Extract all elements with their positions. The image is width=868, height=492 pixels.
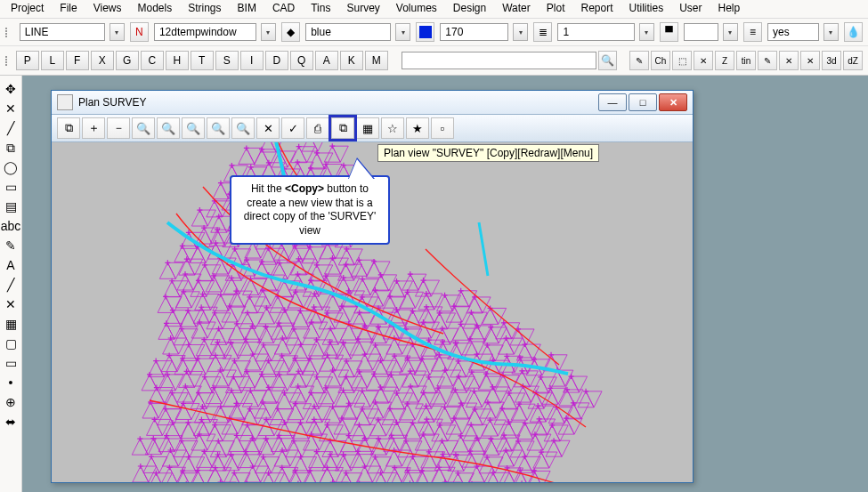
plan-titlebar[interactable]: Plan SURVEY — □ ✕ — [52, 91, 693, 115]
draw-tool-6[interactable]: ▤ — [3, 198, 19, 214]
add-button[interactable]: ＋ — [82, 117, 105, 139]
draw-tool-9[interactable]: A — [3, 257, 19, 273]
draw-tool-13[interactable]: ▢ — [3, 335, 19, 351]
menu-volumes[interactable]: Volumes — [396, 2, 437, 14]
zoom-out-button[interactable]: 🔍 — [182, 117, 205, 139]
draw-tool-8[interactable]: ✎ — [3, 238, 19, 254]
eyedropper-icon[interactable]: 💧 — [844, 22, 863, 42]
draw-tool-5[interactable]: ▭ — [3, 179, 19, 195]
menu-survey[interactable]: Survey — [346, 2, 379, 14]
name-picker-icon[interactable]: N — [130, 22, 149, 42]
menu-tins[interactable]: Tins — [311, 2, 330, 14]
letter-button-h[interactable]: H — [166, 51, 189, 70]
extra-field[interactable] — [684, 23, 718, 41]
draw-tool-4[interactable]: ◯ — [3, 159, 19, 175]
minimize-button[interactable]: — — [598, 93, 627, 111]
maximize-button[interactable]: □ — [629, 93, 657, 111]
letter-button-d[interactable]: D — [265, 51, 288, 70]
letter-button-k[interactable]: K — [340, 51, 363, 70]
yes-dropdown[interactable]: ▾ — [823, 23, 839, 41]
menu-design[interactable]: Design — [453, 2, 486, 14]
menu-user[interactable]: User — [679, 2, 702, 14]
remove-button[interactable]: － — [107, 117, 130, 139]
accept-button[interactable]: ✓ — [281, 117, 304, 139]
menu-cad[interactable]: CAD — [272, 2, 295, 14]
menu-file[interactable]: File — [60, 2, 77, 14]
letter-button-c[interactable]: C — [141, 51, 164, 70]
draw-tool-7[interactable]: abc — [3, 218, 19, 234]
letter-button-l[interactable]: L — [41, 51, 64, 70]
search-field[interactable] — [402, 52, 596, 69]
letter-button-g[interactable]: G — [116, 51, 139, 70]
zoom-in-button[interactable]: 🔍 — [132, 117, 155, 139]
star-button[interactable]: ★ — [406, 117, 429, 139]
menu-project[interactable]: Project — [11, 2, 44, 14]
letter-button-f[interactable]: F — [66, 51, 89, 70]
menu-plot[interactable]: Plot — [547, 2, 565, 14]
extra-dropdown[interactable]: ▾ — [723, 23, 738, 41]
plan-canvas[interactable]: Plan view "SURVEY" [Copy][Redraw][Menu] … — [52, 142, 693, 482]
tool-icon-2[interactable]: ⬚ — [672, 51, 692, 70]
zoom-extents-button[interactable]: 🔍 — [231, 117, 255, 139]
draw-tool-16[interactable]: ⊕ — [3, 394, 19, 410]
model-dropdown[interactable]: ▾ — [261, 23, 276, 41]
fit-button[interactable]: ⧉ — [57, 117, 80, 139]
tool-icon-9[interactable]: 3d — [822, 51, 841, 70]
zoom-refresh-button[interactable]: 🔍 — [207, 117, 230, 139]
letter-button-q[interactable]: Q — [290, 51, 313, 70]
model-picker-icon[interactable]: ◆ — [281, 22, 300, 42]
menu-help[interactable]: Help — [718, 2, 741, 14]
linetype-icon[interactable]: ≣ — [533, 22, 552, 42]
menu-models[interactable]: Models — [138, 2, 173, 14]
tool-icon-10[interactable]: dZ — [843, 51, 863, 70]
draw-tool-14[interactable]: ▭ — [3, 355, 19, 371]
favourite-button[interactable]: ☆ — [381, 117, 404, 139]
tool-icon-3[interactable]: ✕ — [694, 51, 713, 70]
copy-button[interactable]: ⧉ — [331, 117, 354, 139]
tool-icon-8[interactable]: ✕ — [800, 51, 820, 70]
draw-tool-15[interactable]: • — [3, 375, 19, 391]
tool-icon-6[interactable]: ✎ — [758, 51, 777, 70]
linetype-field[interactable] — [440, 23, 508, 41]
draw-tool-2[interactable]: ╱ — [3, 120, 19, 136]
weight-icon[interactable]: ▀ — [660, 22, 678, 42]
letter-button-i[interactable]: I — [240, 51, 264, 70]
menu-utilities[interactable]: Utilities — [629, 2, 664, 14]
tool-icon-7[interactable]: ✕ — [779, 51, 799, 70]
plot-button[interactable]: ⎙ — [306, 117, 329, 139]
letter-button-m[interactable]: M — [365, 51, 388, 70]
search-icon[interactable]: 🔍 — [598, 51, 617, 70]
tool-icon-4[interactable]: Z — [715, 51, 734, 70]
menu-bim[interactable]: BIM — [238, 2, 256, 14]
draw-tool-12[interactable]: ▦ — [3, 316, 19, 332]
grid-button[interactable]: ▦ — [356, 117, 379, 139]
letter-button-p[interactable]: P — [16, 51, 39, 70]
yes-field[interactable] — [767, 23, 819, 41]
tool-icon-1[interactable]: Ch — [651, 51, 670, 70]
menu-views[interactable]: Views — [93, 2, 122, 14]
menu-strings[interactable]: Strings — [188, 2, 221, 14]
draw-tool-0[interactable]: ✥ — [3, 81, 19, 97]
letter-button-s[interactable]: S — [215, 51, 239, 70]
name-dropdown[interactable]: ▾ — [110, 23, 125, 41]
panel-button[interactable]: ▫ — [431, 117, 454, 139]
menu-report[interactable]: Report — [580, 2, 612, 14]
letter-button-t[interactable]: T — [191, 51, 214, 70]
draw-tool-17[interactable]: ⬌ — [3, 414, 19, 430]
weight-field[interactable] — [557, 23, 634, 41]
colour-field[interactable] — [305, 23, 391, 41]
zoom-prev-button[interactable]: 🔍 — [157, 117, 180, 139]
draw-tool-10[interactable]: ╱ — [3, 277, 19, 293]
colour-dropdown[interactable]: ▾ — [395, 23, 410, 41]
tool-icon-5[interactable]: tin — [736, 51, 756, 70]
letter-button-x[interactable]: X — [91, 51, 114, 70]
draw-tool-11[interactable]: ✕ — [3, 296, 19, 312]
delete-mode-button[interactable]: ✕ — [256, 117, 280, 139]
linetype-dropdown[interactable]: ▾ — [513, 23, 528, 41]
weight-dropdown[interactable]: ▾ — [639, 23, 654, 41]
model-field[interactable] — [154, 23, 256, 41]
draw-tool-1[interactable]: ✕ — [3, 101, 19, 117]
tool-icon-0[interactable]: ✎ — [629, 51, 649, 70]
draw-tool-3[interactable]: ⧉ — [3, 140, 19, 156]
letter-button-a[interactable]: A — [315, 51, 338, 70]
